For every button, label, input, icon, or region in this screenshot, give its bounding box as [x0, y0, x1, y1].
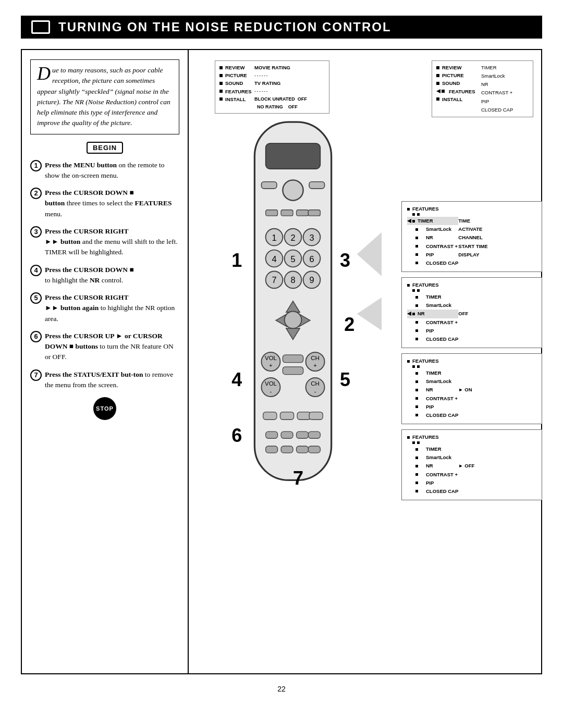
bullet-features — [219, 90, 223, 93]
begin-label: BEGIN — [87, 142, 123, 154]
val-cc-4 — [458, 335, 468, 343]
svg-text:7: 7 — [272, 275, 276, 285]
val-empty-3 — [458, 259, 487, 267]
svg-text:6: 6 — [309, 254, 314, 264]
row-pip-6: PIP — [407, 479, 458, 487]
svg-marker-0 — [436, 89, 440, 93]
svg-rect-47 — [263, 412, 277, 420]
dots-row-6 — [412, 441, 536, 444]
svg-text:2: 2 — [290, 233, 295, 242]
svg-marker-67 — [357, 288, 382, 339]
step-7-number: 7 — [30, 369, 42, 381]
svg-text:VOL: VOL — [265, 380, 277, 387]
svg-text:CH: CH — [311, 355, 320, 361]
features-menus-group: FEATURES TIMER — [401, 201, 537, 500]
step-7-text: Press the STATUS/EXIT but-ton to remove … — [45, 369, 179, 391]
svg-text:1: 1 — [231, 250, 242, 271]
svg-rect-7 — [281, 210, 293, 216]
svg-text:CH: CH — [311, 380, 320, 387]
features-cols-6: TIMER SmartLock NR CONTRAST + — [407, 445, 536, 496]
row-contrast-5: CONTRAST + — [407, 394, 458, 403]
stop-label: STOP — [96, 405, 114, 412]
val-display-3: DISPLAY — [458, 251, 487, 259]
begin-badge: BEGIN — [30, 142, 179, 154]
val-smartlock-4 — [458, 301, 468, 310]
page-title: TURNING ON THE NOISE REDUCTION CONTROL — [58, 20, 391, 34]
row-closedcap-4: CLOSED CAP — [407, 335, 458, 343]
features-header-5: FEATURES — [407, 357, 536, 365]
svg-marker-66 — [357, 220, 382, 288]
svg-text:4: 4 — [231, 369, 242, 390]
val-timer-6 — [458, 445, 474, 453]
intro-text-box: D ue to many reasons, such as poor cable… — [30, 59, 179, 134]
stop-badge: STOP — [93, 397, 116, 420]
features-menu-step6: FEATURES TIMER SmartLock — [401, 429, 542, 500]
right-panel: REVIEW MOVIE RATING PICTURE ------ SOUND… — [189, 50, 541, 673]
label-install: INSTALL — [225, 95, 252, 103]
features-menu-step4: FEATURES TIMER SmartLock — [401, 277, 542, 348]
dots-row-5 — [412, 365, 536, 368]
val-nr-off-4: OFF — [458, 310, 468, 318]
features-col1-4: TIMER SmartLock NR — [407, 293, 458, 343]
label-review: REVIEW — [225, 64, 252, 71]
main-content: D ue to many reasons, such as poor cable… — [21, 49, 542, 674]
row-timer-3: TIMER — [407, 217, 458, 225]
svg-text:9: 9 — [309, 275, 314, 285]
val-smartlock-6 — [458, 453, 474, 462]
svg-rect-54 — [308, 431, 320, 438]
svg-rect-51 — [266, 431, 278, 438]
svg-rect-57 — [297, 446, 309, 453]
svg-rect-45 — [283, 355, 303, 363]
step-5-text: Press the CURSOR RIGHT ►► button again t… — [45, 292, 179, 324]
val-pip-6 — [458, 479, 474, 487]
page-number: 22 — [277, 685, 286, 693]
val-contrast-6 — [458, 471, 474, 479]
stop-circle: STOP — [93, 397, 116, 420]
page-number-text: 22 — [277, 685, 286, 693]
initial-menu: REVIEW MOVIE RATING PICTURE ------ SOUND… — [215, 60, 329, 118]
exp-val-closedcap: CLOSED CAP — [481, 106, 529, 114]
remote-control-container: 1 2 3 4 5 6 7 8 9 — [204, 118, 382, 493]
features-cols-4: TIMER SmartLock NR — [407, 293, 536, 343]
exp-val-timer: TIMER — [481, 64, 529, 72]
features-menu-step3: FEATURES TIMER — [401, 201, 542, 272]
row-smartlock-3: SmartLock — [407, 225, 458, 233]
step-1-text: Press the MENU button on the remote to s… — [45, 160, 179, 181]
exp-row-install: INSTALL — [436, 95, 476, 103]
value-no-rating: NO RATING OFF — [257, 103, 298, 110]
step-7: 7 Press the STATUS/EXIT but-ton to remov… — [30, 369, 179, 391]
step-3-number: 3 — [30, 226, 42, 238]
features-col1-6: TIMER SmartLock NR CONTRAST + — [407, 445, 458, 496]
svg-text:+: + — [313, 362, 317, 368]
exp-row-review: REVIEW — [436, 64, 476, 71]
row-contrast-6: CONTRAST + — [407, 471, 458, 479]
left-panel: D ue to many reasons, such as poor cable… — [22, 50, 189, 673]
step-1-number: 1 — [30, 160, 42, 171]
svg-rect-8 — [297, 210, 309, 216]
row-contrast-3: CONTRAST + — [407, 242, 458, 251]
value-tv-rating: TV RATING — [254, 79, 281, 87]
row-smartlock-6: SmartLock — [407, 453, 458, 462]
svg-text:6: 6 — [231, 425, 242, 446]
exp-val-contrast: CONTRAST + — [481, 89, 529, 97]
bullet-review — [219, 66, 223, 69]
expanded-menu-1-box: REVIEW PICTURE SOUND — [432, 60, 533, 117]
svg-rect-52 — [281, 431, 293, 438]
val-nr-on-5: ► ON — [458, 386, 472, 394]
initial-menu-row-install: INSTALL BLOCK UNRATED OFF — [219, 95, 325, 103]
row-closedcap-3: CLOSED CAP — [407, 259, 458, 267]
val-contrast-5 — [458, 394, 472, 403]
svg-rect-9 — [308, 210, 320, 216]
value-picture: ------ — [254, 72, 268, 79]
initial-menu-row-sound: SOUND TV RATING — [219, 79, 325, 87]
val-activate-3: ACTIVATE — [458, 225, 487, 233]
val-timer-4 — [458, 293, 468, 301]
title-bar: TURNING ON THE NOISE REDUCTION CONTROL — [21, 16, 542, 39]
val-pip-5 — [458, 403, 472, 411]
exp-val-nr: NR — [481, 80, 529, 89]
label-picture: PICTURE — [225, 71, 252, 79]
features-header-6: FEATURES — [407, 433, 536, 441]
cursor-icon — [436, 89, 440, 93]
features-col1-5: TIMER SmartLock NR CONTRAST + — [407, 369, 458, 419]
svg-text:-: - — [270, 388, 272, 394]
